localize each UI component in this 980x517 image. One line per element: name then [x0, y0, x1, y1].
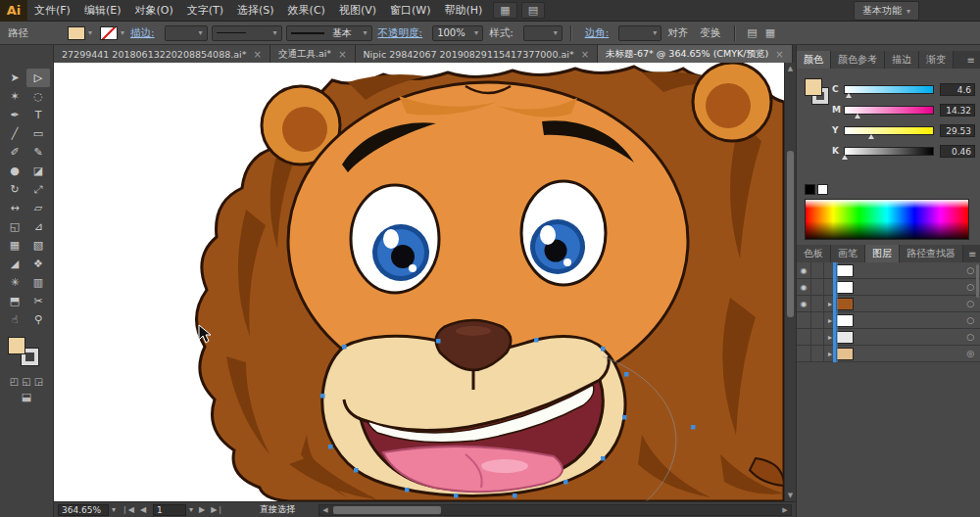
horizontal-scroll-thumb[interactable] [333, 506, 441, 514]
hand-tool[interactable]: ☝ [3, 310, 26, 329]
visibility-eye-icon[interactable] [797, 346, 811, 361]
yellow-slider[interactable] [844, 126, 934, 135]
blob-brush-tool[interactable]: ● [3, 162, 26, 180]
align-options-icon[interactable]: ▤ [747, 26, 757, 39]
menu-type[interactable]: 文字(T) [180, 3, 230, 18]
slider-handle[interactable] [868, 134, 874, 139]
color-spectrum[interactable] [805, 199, 969, 240]
style-select[interactable]: ▾ [523, 25, 563, 41]
close-icon[interactable]: × [581, 49, 589, 60]
close-icon[interactable]: × [254, 49, 262, 60]
toolbar-fill-swatch[interactable] [8, 337, 25, 354]
visibility-eye-icon[interactable]: ◉ [797, 279, 811, 295]
document-tab-1[interactable]: 27299441 20180613220208854088.ai* × [54, 45, 270, 63]
rotate-tool[interactable]: ↻ [3, 180, 26, 199]
zoom-field[interactable]: 364.65% [58, 504, 109, 516]
prev-frame-icon[interactable]: ◀ [137, 505, 149, 514]
fill-color-swatch[interactable] [68, 26, 85, 40]
layer-row[interactable]: ▸ ○ [797, 312, 980, 329]
layers-scroll-thumb[interactable] [976, 264, 979, 298]
menu-object[interactable]: 对象(O) [127, 3, 179, 18]
brush-definition-select[interactable]: 基本 ▾ [286, 25, 372, 41]
draw-behind-icon[interactable]: ◱ [22, 376, 30, 387]
magenta-value-field[interactable]: 14.32 [940, 104, 975, 117]
free-transform-tool[interactable]: ▱ [26, 199, 50, 217]
color-panel-fill-swatch[interactable] [805, 78, 822, 96]
magenta-slider[interactable] [844, 106, 934, 115]
layer-row[interactable]: ◉ ▸ ○ [797, 296, 980, 312]
document-tab-active[interactable]: 未标题-67* @ 364.65% (CMYK/预览) × [598, 45, 792, 63]
symbol-sprayer-tool[interactable]: ✳ [3, 273, 26, 292]
tab-gradient[interactable]: 渐变 [919, 51, 954, 69]
tab-brushes[interactable]: 画笔 [831, 245, 865, 262]
horizontal-scrollbar[interactable]: ◀ ▶ [318, 504, 792, 516]
magic-wand-tool[interactable]: ✶ [3, 87, 26, 106]
zoom-dropdown-icon[interactable]: ▾ [109, 505, 119, 514]
tab-layers[interactable]: 图层 [865, 245, 900, 262]
document-tab-2[interactable]: 交通工具.ai* × [270, 45, 356, 63]
black-slider[interactable] [844, 147, 934, 156]
target-circle-icon[interactable]: ○ [966, 282, 974, 292]
tab-color[interactable]: 颜色 [797, 51, 831, 69]
slider-handle[interactable] [855, 114, 860, 118]
shape-builder-tool[interactable]: ◱ [3, 217, 26, 236]
corner-link[interactable]: 边角: [585, 26, 610, 40]
stroke-weight-select[interactable]: ▾ [165, 25, 208, 41]
target-circle-icon[interactable]: ○ [966, 299, 974, 308]
draw-inside-icon[interactable]: ◲ [34, 376, 43, 387]
direct-selection-tool[interactable]: ▷ [26, 69, 50, 87]
width-tool[interactable]: ↔ [3, 199, 26, 217]
graph-tool[interactable]: ▥ [26, 273, 50, 292]
white-swatch[interactable] [817, 184, 828, 195]
menu-help[interactable]: 帮助(H) [437, 3, 489, 18]
menu-file[interactable]: 文件(F) [27, 3, 77, 18]
align-button[interactable]: 对齐 [667, 26, 688, 40]
document-tab-3[interactable]: Nipic 29842067 20190829115417377000.ai* … [356, 45, 599, 63]
artboard-tool[interactable]: ⬒ [3, 292, 26, 310]
line-tool[interactable]: ╱ [3, 124, 26, 143]
scroll-right-icon[interactable]: ▶ [779, 506, 791, 514]
scroll-down-icon[interactable]: ▼ [785, 490, 796, 501]
slice-tool[interactable]: ✂ [26, 292, 50, 310]
target-circle-icon[interactable]: ○ [966, 332, 974, 342]
blend-tool[interactable]: ❖ [26, 255, 50, 273]
artboard[interactable] [54, 63, 784, 501]
lock-cell[interactable] [811, 346, 824, 361]
vertical-scrollbar[interactable]: ▲ ▼ [784, 63, 796, 501]
lock-cell[interactable] [811, 279, 824, 295]
scroll-up-icon[interactable]: ▲ [785, 63, 796, 74]
frame-field[interactable]: 1 [153, 504, 186, 516]
tab-color-guide[interactable]: 颜色参考 [831, 51, 885, 69]
opacity-link[interactable]: 不透明度: [378, 26, 423, 40]
transform-button[interactable]: 变换 [700, 26, 720, 40]
width-profile-select[interactable]: ▾ [212, 25, 282, 41]
visibility-eye-icon[interactable]: ◉ [797, 262, 811, 278]
rectangle-tool[interactable]: ▭ [26, 124, 50, 143]
close-icon[interactable]: × [338, 49, 346, 60]
target-circle-icon[interactable]: ○ [966, 315, 974, 325]
layer-row[interactable]: ◉ ○ [797, 262, 980, 279]
perspective-grid-tool[interactable]: ⊿ [26, 217, 50, 236]
first-frame-icon[interactable]: ❘◀ [119, 505, 137, 514]
menu-view[interactable]: 视图(V) [332, 3, 383, 18]
lasso-tool[interactable]: ◌ [26, 87, 50, 106]
arrange-documents-icon[interactable]: ▤ [521, 2, 545, 19]
lock-cell[interactable] [811, 262, 824, 278]
menu-edit[interactable]: 编辑(E) [77, 3, 128, 18]
menu-window[interactable]: 窗口(W) [383, 3, 437, 18]
tab-pathfinder[interactable]: 路径查找器 [900, 245, 963, 262]
draw-normal-icon[interactable]: ◰ [10, 376, 19, 387]
tab-stroke[interactable]: 描边 [885, 51, 919, 69]
type-tool[interactable]: T [26, 106, 50, 124]
lock-cell[interactable] [811, 312, 824, 328]
cyan-value-field[interactable]: 4.6 [940, 83, 975, 96]
paintbrush-tool[interactable]: ✐ [3, 143, 26, 162]
slider-handle[interactable] [846, 93, 852, 98]
panel-menu-icon[interactable]: ≡ [962, 51, 980, 69]
selection-tool[interactable]: ➤ [3, 69, 26, 87]
visibility-eye-icon[interactable] [797, 312, 811, 328]
stroke-color-swatch[interactable] [100, 26, 118, 40]
pen-tool[interactable]: ✒ [3, 106, 26, 124]
layer-row[interactable]: ▸ ○ [797, 329, 980, 346]
visibility-eye-icon[interactable] [797, 329, 811, 345]
